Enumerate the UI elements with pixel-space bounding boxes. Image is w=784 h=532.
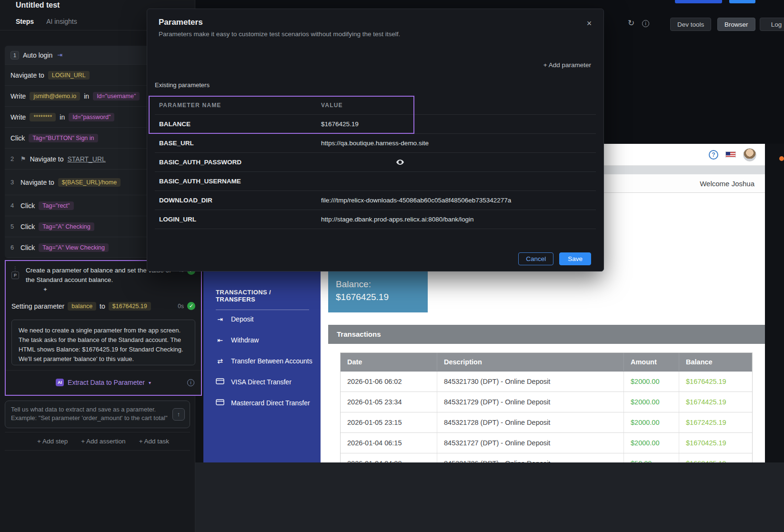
- save-button[interactable]: Save: [559, 252, 591, 265]
- info-icon[interactable]: i: [187, 379, 194, 386]
- tx-description: 845321726 (DPT) - Online Deposit: [437, 453, 624, 462]
- parameter-chip: P: [11, 271, 19, 279]
- tab-ai-insights[interactable]: AI insights: [46, 18, 77, 25]
- column-header: Amount: [624, 353, 679, 371]
- value-badge: ********: [30, 113, 56, 121]
- parameter-row-balance[interactable]: BALANCE $1676425.19: [155, 115, 596, 134]
- table-header-row: PARAMETER NAME VALUE: [155, 96, 596, 115]
- parameter-value: http://stage.dbank.prod-apps.relicx.ai:8…: [321, 216, 592, 223]
- extract-prompt-input[interactable]: [11, 405, 169, 423]
- flag-icon: ⚑: [20, 155, 26, 162]
- step-action: Click: [10, 134, 25, 142]
- parameter-name: BASIC_AUTH_PASSWORD: [159, 159, 321, 166]
- extract-prompt-card: ↑: [5, 401, 190, 428]
- sidebar-item-label: VISA Direct Transfer: [231, 378, 291, 386]
- parameter-name-badge: balance: [68, 302, 96, 311]
- tx-date: 2026-01-05 23:15: [341, 412, 437, 432]
- parameters-modal: Parameters Parameters make it easy to cu…: [147, 9, 604, 271]
- drag-handle-icon: ⋮: [13, 267, 18, 271]
- step-connector: in: [60, 113, 65, 121]
- cancel-button[interactable]: Cancel: [518, 252, 553, 265]
- us-flag-icon[interactable]: [725, 151, 736, 158]
- step-action: Click: [20, 244, 35, 251]
- extract-data-to-parameter-button[interactable]: AI Extract Data to Parameter ▾ i: [6, 370, 201, 395]
- tx-balance: $1676425.19: [679, 371, 752, 391]
- locator-badge: Id="username": [93, 92, 140, 100]
- card-icon: [216, 399, 224, 407]
- table-header-row: Date Description Amount Balance: [341, 353, 752, 371]
- primary-button-partial-2[interactable]: [729, 0, 755, 3]
- ai-task-block-highlight: ⋮ P Create a parameter of balance and se…: [5, 260, 202, 396]
- submit-arrow-button[interactable]: ↑: [172, 408, 185, 421]
- sidebar-item-mastercard-direct-transfer[interactable]: Mastercard Direct Transfer: [203, 393, 321, 412]
- step-number: 6: [10, 244, 17, 251]
- eye-icon[interactable]: [396, 160, 404, 165]
- column-header: VALUE: [321, 102, 592, 109]
- parameter-row-login-url[interactable]: LOGIN_URL http://stage.dbank.prod-apps.r…: [155, 210, 596, 229]
- setting-prefix: Setting parameter: [11, 302, 64, 310]
- step-connector: in: [84, 92, 89, 100]
- table-row-partial: 2026-01-04 04:08 845321726 (DPT) - Onlin…: [341, 453, 752, 462]
- sidebar-item-transfer-between-accounts[interactable]: ⇄ Transfer Between Accounts: [203, 351, 321, 371]
- tx-date: 2026-01-05 23:34: [341, 392, 437, 412]
- add-parameter-button[interactable]: + Add parameter: [543, 61, 591, 69]
- table-row: 2026-01-06 06:02 845321730 (DPT) - Onlin…: [341, 371, 752, 392]
- add-step-button[interactable]: + Add step: [37, 438, 68, 445]
- column-header: PARAMETER NAME: [159, 102, 321, 109]
- step-action: Navigate to: [10, 71, 44, 79]
- info-icon[interactable]: i: [642, 20, 649, 27]
- tx-amount: $2000.00: [624, 433, 679, 453]
- tx-description: 845321728 (DPT) - Online Deposit: [437, 412, 624, 432]
- sidebar-item-visa-direct-transfer[interactable]: VISA Direct Transfer: [203, 372, 321, 391]
- value-badge: jsmith@demo.io: [30, 92, 80, 100]
- close-icon[interactable]: ×: [583, 18, 595, 29]
- refresh-icon[interactable]: ↻: [628, 18, 634, 28]
- sidebar-item-withdraw[interactable]: ⇤ Withdraw: [203, 331, 321, 350]
- parameter-name: LOGIN_URL: [159, 216, 321, 223]
- parameter-name: BASIC_AUTH_USERNAME: [159, 178, 321, 185]
- parameter-value: [321, 160, 592, 165]
- deposit-icon: ⇥: [216, 315, 224, 323]
- primary-button-partial-1[interactable]: [675, 0, 722, 3]
- tx-date: 2026-01-04 04:08: [341, 453, 437, 462]
- sidebar-item-label: Transfer Between Accounts: [231, 357, 312, 365]
- tx-balance: $1672425.19: [679, 412, 752, 432]
- column-header: Description: [437, 353, 624, 371]
- linked-test-icon: ⇥: [57, 51, 62, 59]
- sidebar-item-label: Withdraw: [231, 336, 259, 344]
- step-action: Navigate to: [30, 155, 64, 163]
- param-badge: ${BASE_URL}/home: [58, 178, 121, 187]
- param-badge: LOGIN_URL: [48, 71, 90, 80]
- modal-title: Parameters: [159, 18, 592, 27]
- locator-badge: Tag="A" Checking: [39, 222, 94, 231]
- tab-browser[interactable]: Browser: [717, 18, 755, 31]
- help-icon[interactable]: ?: [709, 150, 718, 160]
- parameter-row-base-url[interactable]: BASE_URL https://qa.boutique.harness-dem…: [155, 134, 596, 153]
- existing-parameters-label: Existing parameters: [155, 81, 210, 89]
- tx-date: 2026-01-04 06:15: [341, 433, 437, 453]
- extract-button-label: Extract Data to Parameter: [68, 379, 145, 386]
- sidebar-item-deposit[interactable]: ⇥ Deposit: [203, 310, 321, 329]
- sidebar-item-label: Deposit: [231, 315, 253, 323]
- add-task-button[interactable]: + Add task: [139, 438, 169, 445]
- tab-steps[interactable]: Steps: [16, 18, 34, 25]
- table-row: 2026-01-05 23:15 845321728 (DPT) - Onlin…: [341, 412, 752, 433]
- transactions-table: Date Description Amount Balance 2026-01-…: [340, 352, 753, 462]
- parameter-row-basic-auth-username[interactable]: BASIC_AUTH_USERNAME: [155, 172, 596, 191]
- chevron-down-icon[interactable]: ▾: [149, 380, 151, 385]
- step-number: 1: [10, 51, 19, 60]
- column-header: Date: [341, 353, 437, 371]
- setting-parameter-row[interactable]: Setting parameter balance to $1676425.19…: [6, 297, 201, 316]
- ai-chip-icon: AI: [56, 379, 64, 386]
- parameter-value-badge: $1676425.19: [109, 302, 151, 311]
- tab-log[interactable]: Log: [760, 18, 784, 31]
- start-url-link[interactable]: START_URL: [67, 155, 105, 163]
- step-action: Write: [10, 92, 26, 100]
- balance-box: Balance: $1676425.19: [328, 271, 428, 312]
- tab-dev-tools[interactable]: Dev tools: [670, 18, 711, 31]
- tx-amount: $2000.00: [624, 392, 679, 412]
- parameter-row-basic-auth-password[interactable]: BASIC_AUTH_PASSWORD: [155, 153, 596, 172]
- add-assertion-button[interactable]: + Add assertion: [81, 438, 125, 445]
- parameter-row-download-dir[interactable]: DOWNLOAD_DIR file:///tmp/relicx-download…: [155, 191, 596, 210]
- avatar[interactable]: [743, 148, 756, 161]
